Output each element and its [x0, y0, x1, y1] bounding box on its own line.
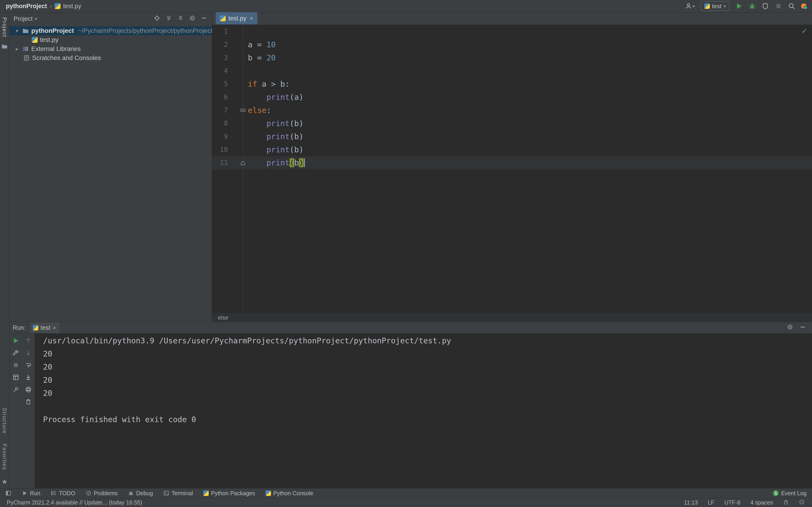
indent-setting[interactable]: 4 spaces — [750, 499, 773, 506]
terminal-icon — [163, 490, 169, 496]
toolwindow-bar: Run TODO Problems Debug Terminal Python … — [0, 488, 812, 498]
code-editor[interactable]: 12a = 103b = 2045if a > b:6 print(a)7els… — [212, 25, 812, 313]
expand-all-icon[interactable] — [165, 15, 172, 23]
project-view-dropdown[interactable]: Project ▾ — [14, 15, 37, 22]
stripe-tab-structure[interactable]: Structure — [1, 406, 8, 436]
tree-item-label: External Libraries — [31, 45, 81, 53]
line-ending[interactable]: LF — [708, 499, 714, 506]
console-line: 20 — [43, 347, 812, 360]
run-button[interactable] — [735, 2, 743, 10]
clear-all-icon[interactable] — [25, 398, 32, 406]
rerun-button[interactable] — [12, 337, 19, 345]
code-line[interactable]: 5if a > b: — [212, 77, 812, 91]
bug-icon — [749, 2, 756, 10]
stripe-tab-favorites[interactable]: Favorites — [1, 442, 8, 472]
run-config-selector[interactable]: test ▾ — [701, 1, 729, 11]
code-line[interactable]: 7else: — [212, 104, 812, 117]
run-with-coverage-button[interactable] — [762, 2, 769, 10]
console-output[interactable]: /usr/local/bin/python3.9 /Users/user/Pyc… — [35, 334, 812, 488]
print-icon[interactable] — [25, 386, 32, 394]
console-line — [43, 400, 812, 413]
toolwindow-button-python-packages[interactable]: Python Packages — [203, 490, 255, 497]
stripe-tab-favorites-label: Favorites — [1, 444, 8, 470]
python-file-icon — [220, 15, 226, 21]
pin-tab-icon[interactable] — [12, 386, 19, 394]
breadcrumb-separator-icon: › — [50, 2, 52, 10]
project-tool-window: Project ▾ ▾ — [9, 13, 212, 322]
code-line[interactable]: 3b = 20 — [212, 51, 812, 64]
folder-icon[interactable] — [1, 43, 8, 51]
breadcrumb-project[interactable]: pythonProject — [6, 3, 47, 10]
debug-button[interactable] — [749, 2, 756, 10]
tree-item-project-root[interactable]: ▾ pythonProject ~/PycharmProjects/python… — [9, 26, 212, 35]
lock-icon[interactable] — [783, 499, 789, 506]
breadcrumb-else[interactable]: else — [218, 315, 229, 321]
project-panel-header: Project ▾ — [9, 13, 212, 25]
editor-column: test.py × 12a = 103b = 2045if a > b:6 pr… — [212, 13, 812, 322]
chevron-right-icon[interactable]: ▸ — [14, 46, 20, 52]
code-line[interactable]: 10 print(b) — [212, 143, 812, 156]
run-tab-test[interactable]: test × — [30, 322, 59, 333]
python-icon — [704, 3, 710, 9]
breadcrumb-file[interactable]: test.py — [63, 3, 81, 10]
file-encoding[interactable]: UTF-8 — [724, 499, 741, 506]
hide-panel-icon[interactable] — [201, 15, 208, 23]
editor-tab-testpy[interactable]: test.py × — [216, 12, 257, 24]
chevron-down-icon[interactable]: ▾ — [14, 28, 20, 34]
stop-button[interactable] — [775, 2, 782, 10]
code-line[interactable]: 2a = 10 — [212, 38, 812, 51]
scroll-to-end-icon[interactable] — [25, 374, 32, 382]
run-settings-gear-icon[interactable] — [786, 324, 794, 332]
line-number: 4 — [212, 64, 228, 77]
code-line[interactable]: 1 — [212, 25, 812, 38]
star-icon[interactable]: ★ — [2, 479, 7, 485]
toolwindow-button-debug[interactable]: Debug — [128, 490, 153, 497]
fold-marker-end[interactable] — [228, 156, 243, 169]
update-ball-icon — [801, 3, 807, 9]
down-stack-trace-icon[interactable] — [25, 349, 32, 357]
inspections-ok-icon[interactable]: ✓ — [801, 27, 807, 35]
toolwindow-button-run[interactable]: Run — [22, 490, 40, 497]
settings-gear-icon[interactable] — [189, 15, 196, 23]
line-number: 1 — [212, 25, 228, 38]
collapse-all-icon[interactable] — [177, 15, 184, 23]
tree-item-scratches[interactable]: Scratches and Consoles — [9, 53, 212, 62]
line-number: 11 — [212, 156, 228, 169]
run-panel-header: Run: test × — [9, 322, 812, 334]
status-message[interactable]: PyCharm 2021.2.4 available // Update... … — [7, 499, 142, 506]
toolwindow-button-problems[interactable]: Problems — [86, 490, 118, 497]
close-tab-icon[interactable]: × — [53, 324, 56, 331]
library-icon — [22, 46, 29, 52]
restore-layout-icon[interactable] — [12, 374, 19, 382]
code-line[interactable]: 8 print(b) — [212, 117, 812, 130]
search-everywhere-button[interactable] — [788, 2, 795, 10]
modify-run-configuration-icon[interactable] — [12, 349, 19, 357]
inspections-profile-icon[interactable] — [799, 499, 805, 506]
code-line[interactable]: 11 print(b) — [212, 156, 812, 169]
toolwindow-button-terminal[interactable]: Terminal — [163, 490, 193, 497]
stripe-tab-project[interactable]: Project — [1, 16, 8, 40]
line-number: 9 — [212, 130, 228, 143]
event-count-badge: 1 — [773, 490, 779, 496]
chevron-down-icon: ▾ — [35, 16, 37, 21]
update-notification-icon[interactable] — [801, 3, 807, 9]
toolwindow-button-todo[interactable]: TODO — [51, 490, 75, 497]
user-dropdown[interactable]: ▾ — [686, 2, 695, 10]
code-line[interactable]: 4 — [212, 64, 812, 77]
toolwindow-switcher-icon[interactable] — [5, 490, 11, 496]
toolwindow-button-python-console[interactable]: Python Console — [265, 490, 313, 497]
close-tab-icon[interactable]: × — [250, 15, 253, 22]
up-stack-trace-icon[interactable] — [25, 337, 32, 345]
locate-file-icon[interactable] — [154, 15, 160, 23]
hide-run-panel-icon[interactable] — [799, 324, 806, 332]
stop-button[interactable] — [12, 362, 19, 370]
code-line[interactable]: 6 print(a) — [212, 91, 812, 104]
fold-marker-start[interactable] — [228, 104, 243, 117]
problems-icon — [86, 490, 92, 496]
code-line[interactable]: 9 print(b) — [212, 130, 812, 143]
caret-position[interactable]: 11:13 — [684, 499, 698, 506]
tree-item-external-libraries[interactable]: ▸ External Libraries — [9, 44, 212, 53]
tree-item-testpy[interactable]: test.py — [9, 35, 212, 44]
event-log-button[interactable]: 1 Event Log — [773, 490, 807, 497]
soft-wrap-icon[interactable] — [25, 362, 32, 370]
